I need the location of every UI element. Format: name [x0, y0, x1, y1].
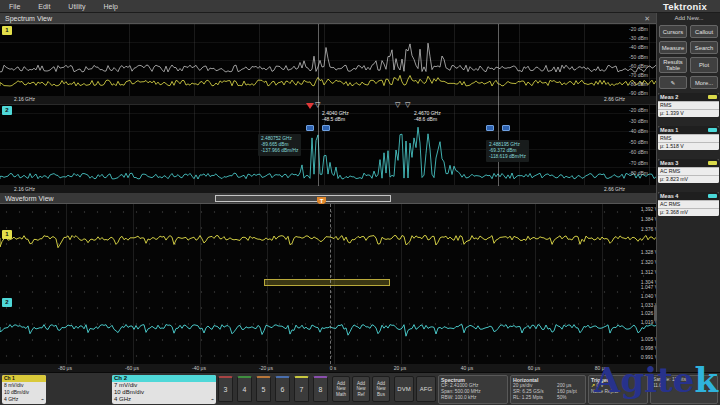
meas-1-badge[interactable]: Meas 1 RMS μ: 1.518 V [658, 126, 719, 150]
tektronix-logo: Tektronix [654, 1, 716, 12]
time-tick-label: -60 μs [125, 365, 139, 371]
add-new-label: Add New... [657, 15, 720, 21]
spectrum-view-header: Spectrum View ✕ [0, 13, 656, 24]
source-tag-ch1 [708, 161, 717, 165]
search-button[interactable]: Search [690, 41, 718, 54]
meas-4-badge[interactable]: Meas 4 AC RMS μ: 3.368 mV [658, 192, 719, 216]
dbm-tick-label: -50 dBm [629, 54, 648, 60]
source-tag-ch1 [708, 95, 717, 99]
time-tick-label: -20 μs [259, 365, 273, 371]
ch3-button[interactable]: 3 [218, 376, 233, 402]
dbm-tick-label: -20 dBm [629, 107, 648, 113]
spectrum-settings-panel[interactable]: Spectrum CF: 2.41000 GHz Span: 500.00 MH… [438, 375, 508, 404]
ch8-button[interactable]: 8 [313, 376, 328, 402]
pencil-icon: ✎ [671, 80, 676, 86]
cursor-readout-a: 2.480752 GHz -89.665 dBm -137.966 dBm/Hz [258, 134, 301, 156]
cursor-b-right-chip[interactable] [502, 125, 510, 131]
cursor-readout-b: 2.488195 GHz -69.372 dBm -118.619 dBm/Hz [486, 140, 529, 162]
ch5-button[interactable]: 5 [256, 376, 271, 402]
spectrum-view-title: Spectrum View [5, 15, 52, 22]
waveform-source-chip-ch2[interactable]: 2 [2, 298, 12, 307]
meas-value: μ: 3.368 mV [658, 208, 719, 216]
time-axis: -80 μs-60 μs-40 μs-20 μs0 s20 μs40 μs60 … [0, 364, 656, 372]
meas-3-badge[interactable]: Meas 3 AC RMS μ: 3.823 mV [658, 159, 719, 183]
dbm-tick-label: -70 dBm [629, 160, 648, 166]
ch7-button[interactable]: 7 [294, 376, 309, 402]
source-tag-ch2 [708, 128, 717, 132]
more-button[interactable]: More... [690, 76, 718, 89]
sidebar-resize-handle[interactable] [654, 305, 657, 321]
white-marker-icon[interactable]: ▽ [395, 101, 400, 108]
spectrum-source-chip-ch2[interactable]: 2 [2, 106, 12, 115]
dbm-tick-label: -80 dBm [629, 81, 648, 87]
time-tick-label: 0 s [330, 365, 337, 371]
dbm-axis-lower: -20 dBm-30 dBm-40 dBm-50 dBm-60 dBm-70 d… [600, 107, 650, 181]
spectrum-plot-ch1 [0, 24, 656, 96]
draw-a-box-button[interactable]: ✎ [659, 76, 687, 89]
dbm-tick-label: -60 dBm [629, 63, 648, 69]
menu-bar: File Edit Utility Help Tektronix [0, 0, 720, 13]
close-icon[interactable]: ✕ [644, 13, 650, 24]
white-marker-label: 2.4670 GHz -48.6 dBm [414, 110, 441, 122]
dbm-tick-label: -30 dBm [629, 118, 648, 124]
add-new-math-button[interactable]: Add New Math [332, 376, 350, 402]
add-new-bus-button[interactable]: Add New Bus [372, 376, 390, 402]
plot-button[interactable]: Plot [690, 57, 718, 73]
volt-axis-group-b: 1.328 V1.320 V1.312 V1.304 V [608, 249, 658, 283]
cursor-a-left-chip[interactable] [306, 125, 314, 131]
ch6-button[interactable]: 6 [275, 376, 290, 402]
time-tick-label: 40 μs [461, 365, 473, 371]
ch1-badge[interactable]: Ch 1 8 mV/div 10 dBm/div 4 GHz⌁ [2, 375, 46, 404]
stop-freq-label-lower: 2.66 GHz [604, 186, 625, 192]
cursor-b-left-chip[interactable] [486, 125, 494, 131]
afg-button[interactable]: AFG [416, 376, 436, 402]
volt-axis-group-c: 1.047 V1.040 V1.033 V1.026 V1.019 V [608, 284, 658, 324]
ch4-button[interactable]: 4 [237, 376, 252, 402]
source-tag-ch2 [708, 194, 717, 198]
dbm-tick-label: -80 dBm [629, 170, 648, 176]
meas-type: AC RMS [658, 167, 719, 175]
white-marker-icon[interactable]: ▽ [315, 101, 320, 108]
cursors-button[interactable]: Cursors [659, 25, 687, 38]
time-tick-label: 60 μs [528, 365, 540, 371]
dbm-tick-label: -60 dBm [629, 149, 648, 155]
red-marker-label: 2.4040 GHz -48.5 dBm [322, 110, 349, 122]
meas-value: μ: 1.339 V [658, 109, 719, 117]
spectrum-trace-ch1 [0, 24, 656, 96]
cursor-a-right-chip[interactable] [322, 125, 330, 131]
time-tick-label: -80 μs [58, 365, 72, 371]
horizontal-panel[interactable]: Horizontal 20 μs/div SR: 6.25 GS/s RL: 1… [510, 375, 586, 404]
meas-type: AC RMS [658, 200, 719, 208]
volt-axis-group-a: 1.392 V1.384 V1.376 V [608, 206, 658, 236]
menu-file[interactable]: File [0, 3, 29, 10]
add-new-ref-button[interactable]: Add New Ref [352, 376, 370, 402]
dbm-tick-label: -70 dBm [629, 72, 648, 78]
menu-utility[interactable]: Utility [59, 3, 94, 10]
volt-axis-group-d: 1.005 V0.998 V0.991 V [608, 336, 658, 362]
horizontal-zoom-bracket[interactable] [215, 195, 391, 202]
ch2-badge[interactable]: Ch 2 7 mV/div 10 dBm/div 4 GHz⌁ [112, 375, 216, 404]
waveform-source-chip-ch1[interactable]: 1 [2, 230, 12, 239]
meas-2-badge[interactable]: Meas 2 RMS μ: 1.339 V [658, 93, 719, 117]
start-freq-label-lower: 2.16 GHz [14, 186, 35, 192]
measure-button[interactable]: Measure [659, 41, 687, 54]
probe-icon: ⌁ [41, 396, 44, 403]
dvm-button[interactable]: DVM [394, 376, 414, 402]
meas-type: RMS [658, 101, 719, 109]
waveform-view-title: Waveform View [5, 195, 54, 202]
dbm-tick-label: -30 dBm [629, 35, 648, 41]
callout-button[interactable]: Callout [690, 25, 718, 38]
trigger-position-line [330, 204, 331, 364]
results-table-button[interactable]: Results Table [659, 57, 687, 73]
probe-icon: ⌁ [211, 396, 214, 403]
dbm-tick-label: -50 dBm [629, 139, 648, 145]
red-marker-icon[interactable] [306, 103, 314, 113]
search-zone-box[interactable] [264, 279, 390, 286]
time-tick-label: -40 μs [192, 365, 206, 371]
dbm-tick-label: -40 dBm [629, 128, 648, 134]
menu-help[interactable]: Help [94, 3, 126, 10]
menu-edit[interactable]: Edit [29, 3, 59, 10]
dbm-axis-upper: -20 dBm-30 dBm-40 dBm-50 dBm-60 dBm-70 d… [600, 26, 650, 96]
spectrum-source-chip-ch1[interactable]: 1 [2, 26, 12, 35]
white-marker-icon[interactable]: ▽ [405, 101, 410, 108]
